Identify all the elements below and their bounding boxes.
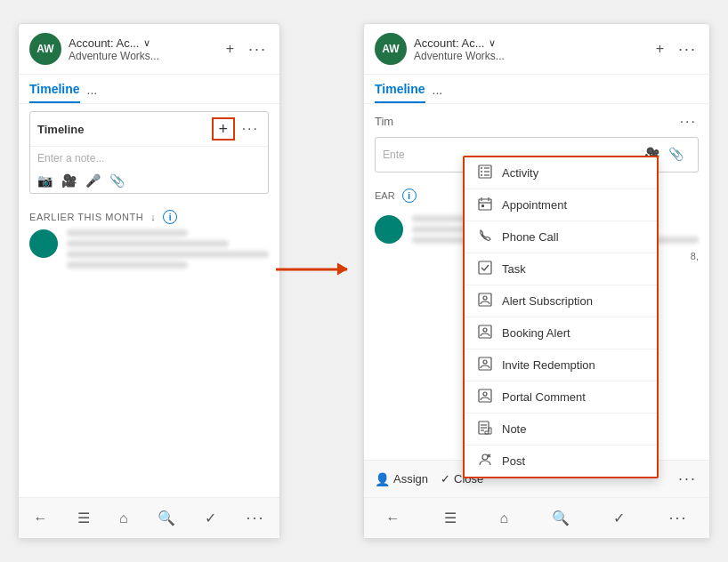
right-tasks-nav[interactable]: ✓ — [604, 506, 634, 530]
note-input-placeholder[interactable]: Enter a note... — [30, 147, 268, 170]
arrow-line — [276, 269, 347, 271]
svg-rect-12 — [479, 261, 491, 274]
right-tab-more[interactable]: ··· — [433, 85, 443, 100]
right-attach-icon[interactable]: 📎 — [668, 147, 684, 161]
back-nav-icon[interactable]: ← — [25, 507, 57, 530]
timeline-input-card: Timeline + ··· Enter a note... 📷 🎥 🎤 📎 — [29, 111, 269, 194]
right-tim-more[interactable]: ··· — [678, 112, 699, 132]
arrow-indicator — [276, 269, 347, 271]
svg-point-3 — [481, 171, 482, 173]
assign-button[interactable]: 👤 Assign — [375, 472, 428, 486]
svg-point-14 — [483, 296, 487, 300]
header-info: Account: Ac... ∨ Adventure Works... — [69, 36, 217, 62]
booking-alert-icon — [477, 325, 493, 341]
dropdown-menu: Activity Appointment Phone C — [463, 156, 659, 478]
input-more-button[interactable]: ··· — [240, 119, 261, 139]
home-nav-icon[interactable]: ⌂ — [110, 507, 137, 530]
svg-point-20 — [483, 392, 487, 396]
right-blurred-avatar — [375, 215, 403, 244]
right-info-icon[interactable]: i — [402, 189, 417, 203]
svg-rect-7 — [479, 199, 491, 210]
menu-item-task-label: Task — [502, 262, 526, 276]
timeline-tab[interactable]: Timeline — [29, 82, 80, 103]
menu-item-alert-subscription[interactable]: Alert Subscription — [465, 285, 657, 317]
blurred-line — [67, 240, 229, 247]
more-nav-icon[interactable]: ··· — [237, 505, 273, 531]
menu-nav-icon[interactable]: ☰ — [69, 506, 99, 530]
video-icon[interactable]: 🎥 — [61, 173, 77, 188]
blurred-line — [67, 261, 188, 269]
right-search-nav[interactable]: 🔍 — [543, 506, 578, 530]
tab-more[interactable]: ··· — [87, 85, 98, 100]
blurred-line — [67, 229, 188, 237]
add-activity-button[interactable]: + — [212, 117, 235, 140]
right-header-title: Account: Ac... ∨ — [414, 36, 647, 50]
right-add-button[interactable]: + — [654, 39, 666, 59]
add-button[interactable]: + — [224, 39, 236, 59]
menu-item-invite-redemption-label: Invite Redemption — [502, 358, 595, 372]
note-icon — [477, 421, 493, 438]
header-subtitle: Adventure Works... — [69, 50, 217, 62]
right-back-nav[interactable]: ← — [377, 507, 409, 530]
blurred-text-1 — [67, 229, 269, 269]
right-more-nav[interactable]: ··· — [659, 505, 696, 531]
input-actions: + ··· — [212, 117, 261, 140]
mic-icon[interactable]: 🎤 — [85, 173, 101, 188]
menu-item-activity-label: Activity — [502, 166, 538, 180]
task-icon — [477, 261, 493, 277]
post-icon — [477, 453, 493, 470]
earlier-text: EARLIER THIS MONTH — [29, 212, 143, 222]
menu-item-task[interactable]: Task — [465, 253, 657, 285]
bottom-more-button[interactable]: ··· — [676, 468, 699, 490]
menu-item-appointment[interactable]: Appointment — [465, 189, 657, 221]
menu-item-booking-alert[interactable]: Booking Alert — [465, 317, 657, 349]
camera-icon[interactable]: 📷 — [37, 173, 53, 188]
right-menu-nav[interactable]: ☰ — [435, 506, 465, 530]
blurred-items — [29, 229, 269, 269]
right-timeline-tab[interactable]: Timeline — [375, 82, 425, 103]
more-button[interactable]: ··· — [247, 38, 269, 60]
menu-item-portal-comment[interactable]: Portal Comment — [465, 381, 657, 413]
appointment-icon — [477, 197, 493, 213]
search-nav-icon[interactable]: 🔍 — [149, 506, 184, 530]
activity-icon — [477, 165, 493, 181]
note-icons: 📷 🎥 🎤 📎 — [30, 170, 268, 193]
menu-item-booking-alert-label: Booking Alert — [502, 326, 570, 340]
tasks-nav-icon[interactable]: ✓ — [196, 506, 225, 530]
invite-redemption-icon — [477, 357, 493, 373]
menu-item-note-label: Note — [502, 422, 526, 436]
right-home-nav[interactable]: ⌂ — [491, 507, 518, 530]
blurred-line — [67, 251, 269, 258]
header-title-text: Account: Ac... — [69, 36, 140, 50]
right-more-button[interactable]: ··· — [676, 38, 699, 60]
assign-icon: 👤 — [375, 472, 390, 486]
menu-item-note[interactable]: Note — [465, 413, 657, 446]
svg-rect-11 — [481, 205, 484, 207]
timeline-input-title: Timeline — [37, 123, 85, 136]
right-note-placeholder[interactable]: Ente — [383, 149, 405, 161]
attach-icon[interactable]: 📎 — [109, 173, 125, 188]
right-panel-header: AW Account: Ac... ∨ Adventure Works... +… — [364, 24, 709, 75]
tim-label: Tim — [375, 111, 393, 132]
chevron-down-icon[interactable]: ∨ — [143, 37, 150, 49]
svg-point-18 — [483, 360, 487, 364]
menu-item-invite-redemption[interactable]: Invite Redemption — [465, 349, 657, 381]
right-bottom-nav: ← ☰ ⌂ 🔍 ✓ ··· — [364, 497, 709, 538]
right-header-title-text: Account: Ac... — [414, 36, 485, 50]
assign-label: Assign — [393, 472, 428, 486]
header-title: Account: Ac... ∨ — [69, 36, 217, 50]
menu-item-phone-call[interactable]: Phone Call — [465, 221, 657, 253]
svg-point-25 — [482, 454, 488, 460]
menu-item-post[interactable]: Post — [465, 446, 657, 477]
menu-item-activity[interactable]: Activity — [465, 157, 657, 189]
menu-item-portal-comment-label: Portal Comment — [502, 390, 586, 404]
info-icon[interactable]: i — [163, 210, 177, 224]
right-chevron-down-icon[interactable]: ∨ — [489, 37, 496, 49]
left-panel: AW Account: Ac... ∨ Adventure Works... +… — [18, 23, 280, 539]
left-timeline-content: Timeline + ··· Enter a note... 📷 🎥 🎤 📎 E… — [19, 104, 279, 497]
sort-icon[interactable]: ↓ — [150, 212, 156, 222]
check-icon: ✓ — [441, 472, 450, 486]
menu-item-phone-call-label: Phone Call — [502, 230, 559, 244]
right-avatar: AW — [375, 33, 407, 65]
menu-item-alert-subscription-label: Alert Subscription — [502, 294, 593, 308]
